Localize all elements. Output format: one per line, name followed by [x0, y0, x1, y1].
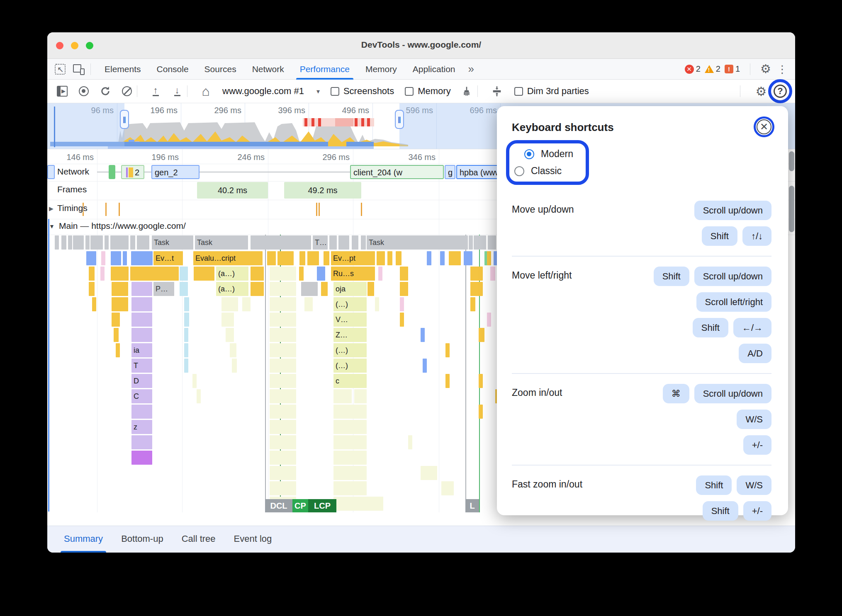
flame-event[interactable]: C	[131, 389, 152, 403]
network-request[interactable]: gen_2	[151, 165, 200, 179]
flame-event[interactable]	[184, 297, 189, 311]
flame-event[interactable]	[112, 282, 128, 296]
flame-event[interactable]	[89, 267, 95, 281]
clear-icon[interactable]	[120, 85, 134, 98]
flame-event[interactable]	[270, 267, 296, 281]
flame-event[interactable]	[333, 451, 367, 465]
flame-event[interactable]	[487, 251, 491, 265]
flame-event[interactable]	[488, 235, 496, 250]
flame-event[interactable]	[116, 343, 120, 357]
flame-event[interactable]	[101, 251, 105, 265]
flame-event[interactable]	[184, 359, 188, 373]
flame-event[interactable]	[230, 343, 236, 357]
flame-event[interactable]	[130, 267, 179, 281]
memory-checkbox[interactable]: Memory	[405, 86, 450, 97]
flame-event[interactable]	[55, 235, 59, 250]
flame-event[interactable]	[131, 435, 152, 449]
flame-event[interactable]	[180, 282, 188, 296]
flame-event[interactable]: Z…	[333, 328, 367, 342]
flame-event[interactable]	[469, 235, 473, 250]
flame-event[interactable]	[110, 235, 129, 250]
toggle-sidebar-icon[interactable]: ▶	[56, 85, 69, 98]
flame-event[interactable]	[131, 251, 153, 265]
settings-gear-icon[interactable]: ⚙	[760, 63, 771, 75]
console-warnings-badge[interactable]: ! 2	[705, 64, 720, 74]
flame-event[interactable]	[184, 328, 188, 342]
flame-event[interactable]	[68, 235, 72, 250]
frame-item[interactable]: 49.2 ms	[284, 182, 361, 199]
flame-event[interactable]	[490, 267, 495, 281]
garbage-collect-icon[interactable]	[460, 85, 473, 98]
flame-event[interactable]	[400, 297, 404, 311]
reload-and-record-icon[interactable]	[99, 85, 112, 98]
flame-event[interactable]	[333, 497, 383, 511]
flame-event[interactable]	[470, 297, 475, 311]
flame-event[interactable]	[131, 405, 152, 419]
flame-event[interactable]	[242, 297, 251, 311]
flame-event[interactable]: ia	[131, 343, 152, 357]
flame-event[interactable]	[299, 251, 305, 265]
timings-expand-icon[interactable]: ▶	[49, 205, 54, 212]
network-request[interactable]: client_204 (w	[350, 165, 444, 179]
flame-event[interactable]	[137, 235, 149, 250]
flame-event[interactable]	[105, 235, 109, 250]
more-tabs-icon[interactable]: »	[463, 63, 479, 75]
flame-event[interactable]: Ru…s	[331, 267, 375, 281]
flame-event[interactable]	[270, 359, 296, 373]
shortcuts-help-button[interactable]: ?	[774, 85, 787, 98]
flame-event[interactable]: P…	[153, 282, 174, 296]
flame-event[interactable]	[333, 466, 367, 480]
screenshots-checkbox[interactable]: Screenshots	[331, 86, 394, 97]
target-selector[interactable]: www.google.com #1 ▾	[222, 86, 320, 97]
flame-event[interactable]	[464, 251, 472, 265]
flame-event[interactable]	[123, 251, 127, 265]
flame-event[interactable]	[301, 282, 318, 296]
flame-event[interactable]	[251, 282, 264, 296]
flame-event[interactable]: (a…)	[216, 282, 248, 296]
flame-event[interactable]	[427, 251, 431, 265]
flame-event[interactable]	[86, 251, 96, 265]
flame-event[interactable]: (…)	[333, 359, 367, 373]
flame-event[interactable]	[131, 451, 152, 465]
flame-event[interactable]	[474, 235, 486, 250]
flame-event[interactable]: D	[131, 374, 152, 388]
flame-event[interactable]	[299, 267, 304, 281]
capture-settings-gear-icon[interactable]: ⚙	[754, 85, 768, 98]
flame-event[interactable]	[112, 297, 128, 311]
flame-event[interactable]	[470, 267, 483, 281]
radio-modern[interactable]: Modern	[514, 148, 580, 160]
flame-event[interactable]	[89, 282, 95, 296]
network-request[interactable]: g	[445, 165, 455, 179]
radio-classic[interactable]: Classic	[514, 165, 580, 177]
overview-handle-left[interactable]: ∥	[120, 110, 129, 129]
bottom-tab-event-log[interactable]: Event log	[225, 526, 281, 553]
flame-event[interactable]	[421, 328, 425, 342]
flame-event[interactable]	[270, 481, 296, 495]
flame-event[interactable]	[130, 235, 135, 250]
flame-event[interactable]	[396, 251, 402, 265]
record-icon[interactable]	[77, 85, 90, 98]
flame-event[interactable]	[352, 235, 358, 250]
flame-event[interactable]	[270, 374, 296, 388]
flame-event[interactable]	[270, 282, 296, 296]
tab-console[interactable]: Console	[149, 59, 197, 80]
tab-sources[interactable]: Sources	[197, 59, 244, 80]
flame-event[interactable]	[408, 435, 412, 449]
flame-event[interactable]	[329, 235, 337, 250]
flame-event[interactable]	[270, 297, 296, 311]
flame-event[interactable]: Ev…t	[153, 251, 183, 265]
flame-event[interactable]: oja	[333, 282, 367, 296]
scrollbar-thumb[interactable]	[789, 186, 794, 232]
flame-event[interactable]: T…	[313, 235, 328, 250]
flame-event[interactable]	[270, 435, 296, 449]
flame-event[interactable]	[267, 251, 276, 265]
flame-event[interactable]	[197, 389, 201, 403]
flame-event[interactable]	[400, 267, 408, 281]
tab-application[interactable]: Application	[405, 59, 463, 80]
flame-event[interactable]	[479, 328, 484, 342]
flame-event[interactable]	[387, 251, 392, 265]
tab-memory[interactable]: Memory	[358, 59, 405, 80]
flame-event[interactable]	[277, 251, 294, 265]
flame-event[interactable]	[333, 481, 367, 495]
flame-event[interactable]	[378, 267, 382, 281]
